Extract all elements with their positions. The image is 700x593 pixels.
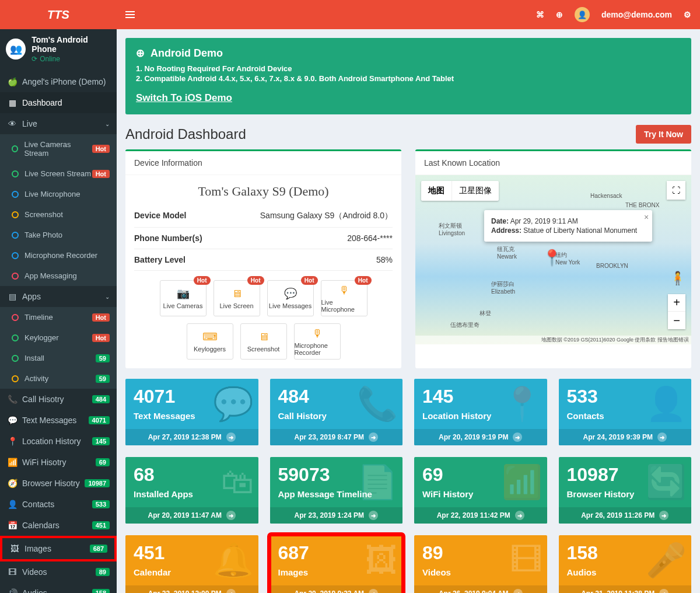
sidebar-item-label: Timeline (24, 313, 53, 322)
sidebar-item-label: Calendars (22, 521, 60, 530)
sidebar-item-label: Live Microphone (24, 190, 80, 198)
sidebar-sub-item[interactable]: Live Screen StreamHot (0, 163, 117, 184)
chevron-down-icon: ⌄ (105, 121, 110, 127)
sidebar-sub-item[interactable]: TimelineHot (0, 307, 117, 327)
stat-footer: Apr 23, 2019 12:00 PM➜ (125, 585, 258, 593)
map-type-switcher[interactable]: 地图 卫星图像 (421, 181, 499, 201)
avatar[interactable]: 👤 (575, 7, 590, 22)
sidebar-item[interactable]: 📅Calendars451 (0, 515, 117, 536)
user-email[interactable]: demo@demo.com (601, 10, 672, 19)
panel-title: Device Information (125, 151, 401, 175)
sidebar-item[interactable]: 📞Call Hisotry484 (0, 389, 117, 410)
apps-icon: ▤ (8, 292, 16, 301)
menu-item-icon: 📞 (8, 395, 16, 404)
map-type-map[interactable]: 地图 (421, 181, 452, 201)
stat-card[interactable]: 451Calendar🔔Apr 23, 2019 12:00 PM➜ (125, 535, 258, 593)
close-icon[interactable]: × (644, 212, 649, 222)
sidebar-group-live[interactable]: 👁Live ⌄ (0, 113, 117, 134)
sidebar-toggle-icon[interactable] (125, 14, 135, 15)
stat-card[interactable]: 158Audios🎤Apr 21, 2019 11:38 PM➜ (559, 535, 692, 593)
stat-card[interactable]: 4071Text Messages💬Apr 27, 2019 12:38 PM➜ (125, 379, 258, 445)
arrow-right-icon: ➜ (513, 432, 522, 442)
settings-icon[interactable]: ⚙ (684, 10, 691, 19)
sidebar-item[interactable]: 🔊Audios158 (0, 582, 117, 593)
sidebar-sub-item[interactable]: Live Microphone (0, 184, 117, 204)
sidebar-sub-item[interactable]: Install59 (0, 348, 117, 368)
stat-date: Apr 21, 2019 11:38 PM (581, 589, 654, 593)
sidebar-sub-item[interactable]: Microphone Recorder (0, 245, 117, 266)
badge: 533 (92, 500, 110, 508)
sidebar-item-label: Screenshot (24, 210, 63, 219)
sidebar-sub-item[interactable]: Take Photo (0, 225, 117, 245)
sidebar-item[interactable]: 🖼Images687 (0, 536, 117, 561)
info-row: Battery Level58% (134, 249, 393, 271)
dashboard-icon: ▦ (8, 98, 16, 107)
stat-card[interactable]: 69WiFi History📶Apr 22, 2019 11:42 PM➜ (414, 457, 547, 524)
apple-icon: 🍏 (8, 77, 16, 86)
quick-action-button[interactable]: Hot📷Live Cameras (160, 280, 206, 316)
stat-card[interactable]: 59073App Message Timeline📄Apr 23, 2019 1… (270, 457, 403, 524)
map-marker-icon[interactable]: 📍 (542, 249, 561, 267)
apple-icon[interactable]: ⌘ (536, 10, 544, 19)
sidebar-item-dashboard[interactable]: ▦Dashboard (0, 92, 117, 113)
sidebar-item[interactable]: 🧭Browser Hisotry10987 (0, 473, 117, 494)
sidebar-sub-item[interactable]: KeyloggerHot (0, 327, 117, 348)
main-content: ⊕Android Demo 1. No Rooting Required For… (117, 29, 700, 593)
device-status: Online (32, 55, 111, 63)
quick-action-icon: ⌨ (202, 330, 218, 343)
map-zoom-controls: + − (668, 294, 685, 329)
status-dot-icon (12, 232, 19, 239)
stat-card[interactable]: 533Contacts👤Apr 24, 2019 9:39 PM➜ (559, 379, 692, 445)
stat-card[interactable]: 484Call History📞Apr 23, 2019 8:47 PM➜ (270, 379, 403, 445)
sidebar-sub-item[interactable]: App Messaging (0, 266, 117, 286)
badge: 69 (96, 458, 110, 466)
menu-item-icon: 🎞 (8, 567, 16, 577)
stat-card[interactable]: 145Location History📍Apr 20, 2019 9:19 PM… (414, 379, 547, 445)
info-row: Device ModelSamsung Galaxy S9（Android 8.… (134, 205, 393, 228)
quick-action-button[interactable]: 🖥Screenshot (240, 323, 287, 360)
sidebar-group-apps[interactable]: ▤Apps ⌄ (0, 286, 117, 307)
info-key: Phone Number(s) (134, 233, 202, 243)
map[interactable]: Hackensack 利文斯顿Livingston 纽瓦克Newark 纽约Ne… (415, 175, 691, 344)
zoom-out-button[interactable]: − (668, 312, 685, 329)
sidebar-sub-item[interactable]: Activity59 (0, 368, 117, 389)
stat-card[interactable]: 10987Browser History🔄Apr 26, 2019 11:26 … (559, 457, 692, 524)
quick-action-button[interactable]: Hot💬Live Messages (267, 280, 314, 316)
sidebar-item[interactable]: 📶WiFi Hisotry69 (0, 452, 117, 473)
sidebar-demo-link[interactable]: 🍏Angel's iPhone (Demo) (0, 71, 117, 92)
map-fullscreen-button[interactable]: ⛶ (667, 181, 685, 200)
stat-date: Apr 20, 2019 9:19 PM (439, 433, 508, 441)
sidebar-item[interactable]: 👤Contacts533 (0, 494, 117, 515)
sidebar-item[interactable]: 🎞Videos89 (0, 561, 117, 582)
quick-action-label: Keyloggers (194, 346, 226, 353)
stat-footer: Apr 24, 2019 9:39 PM➜ (559, 429, 692, 445)
brand-logo[interactable]: TTS (0, 0, 117, 29)
stat-card[interactable]: 687Images🖼Apr 20, 2019 9:23 AM➜ (270, 535, 403, 593)
zoom-in-button[interactable]: + (668, 294, 685, 312)
pegman-icon[interactable]: 🧍 (670, 271, 685, 286)
stat-card[interactable]: 68Installed Apps🛍Apr 20, 2019 11:47 AM➜ (125, 457, 258, 524)
status-dot-icon (12, 211, 19, 218)
quick-action-icon: 🎙 (312, 327, 323, 340)
quick-action-button[interactable]: Hot🎙Live Microphone (321, 280, 368, 316)
quick-action-button[interactable]: Hot🖥Live Screen (214, 280, 260, 316)
android-icon[interactable]: ⊕ (556, 10, 563, 19)
badge: Hot (92, 170, 110, 178)
user-avatar: 👥 (6, 39, 26, 60)
alert-line: 1. No Rooting Required For Android Devic… (136, 64, 681, 73)
switch-demo-link[interactable]: Switch To iOS Demo (136, 92, 232, 104)
sidebar-item[interactable]: 💬Text Messages4071 (0, 410, 117, 431)
badge: Hot (92, 334, 110, 342)
quick-action-button[interactable]: 🎙Microphone Recorder (294, 323, 341, 360)
badge: 484 (92, 395, 110, 403)
sidebar-sub-item[interactable]: Live Cameras StreamHot (0, 134, 117, 163)
quick-action-icon: 🖥 (232, 288, 242, 300)
quick-action-button[interactable]: ⌨Keyloggers (187, 323, 233, 360)
stat-card[interactable]: 89Videos🎞Apr 26, 2019 9:04 AM➜ (414, 535, 547, 593)
try-it-button[interactable]: Try It Now (636, 125, 691, 144)
sidebar-item-label: Browser Hisotry (22, 479, 80, 488)
sidebar-sub-item[interactable]: Screenshot (0, 204, 117, 225)
sidebar-item[interactable]: 📍Location History145 (0, 431, 117, 452)
sidebar-item-label: Videos (22, 567, 47, 577)
map-type-satellite[interactable]: 卫星图像 (452, 181, 499, 201)
